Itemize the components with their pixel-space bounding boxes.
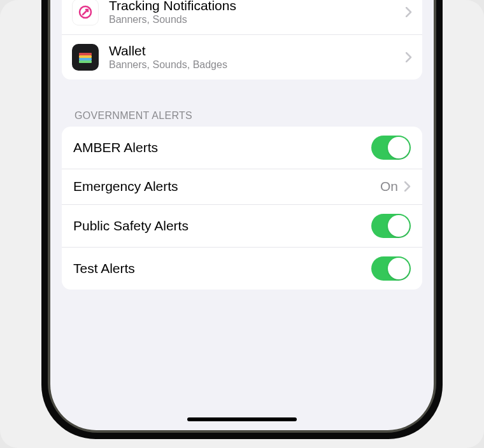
app-text: Wallet Banners, Sounds, Badges (109, 43, 406, 72)
phone-screen: Tracking Notifications Banners, Sounds (50, 0, 434, 430)
toggle-knob (388, 215, 409, 237)
chevron-right-icon (404, 181, 411, 192)
phone-inner: Tracking Notifications Banners, Sounds (48, 0, 436, 433)
svg-rect-4 (79, 60, 92, 63)
public-safety-alerts-toggle[interactable] (371, 214, 411, 238)
app-title: Tracking Notifications (109, 0, 406, 13)
setting-row-test-alerts: Test Alerts (62, 248, 422, 290)
setting-value-wrap: On (380, 179, 411, 194)
government-alerts-group: AMBER Alerts Emergency Alerts On (62, 127, 422, 290)
svg-rect-1 (79, 53, 92, 55)
svg-rect-2 (79, 55, 92, 58)
setting-label: Test Alerts (73, 261, 135, 276)
toggle-knob (388, 137, 409, 158)
setting-row-emergency-alerts[interactable]: Emergency Alerts On (62, 169, 422, 205)
setting-label: AMBER Alerts (73, 140, 158, 155)
home-indicator[interactable] (187, 417, 297, 421)
test-alerts-toggle[interactable] (371, 256, 411, 281)
tracking-icon (72, 0, 99, 25)
setting-row-amber-alerts: AMBER Alerts (62, 127, 422, 169)
app-row-wallet[interactable]: Wallet Banners, Sounds, Badges (62, 35, 422, 80)
svg-rect-3 (79, 58, 92, 60)
chevron-right-icon (406, 7, 412, 17)
phone-frame: Tracking Notifications Banners, Sounds (41, 0, 443, 439)
setting-row-public-safety-alerts: Public Safety Alerts (62, 205, 422, 248)
wallet-icon (72, 44, 99, 71)
settings-content: Tracking Notifications Banners, Sounds (50, 0, 434, 430)
app-title: Wallet (109, 43, 406, 59)
app-subtitle: Banners, Sounds, Badges (109, 59, 406, 72)
setting-value: On (380, 179, 398, 194)
amber-alerts-toggle[interactable] (371, 136, 411, 160)
outer-container: Tracking Notifications Banners, Sounds (0, 0, 484, 448)
setting-label: Public Safety Alerts (73, 218, 189, 234)
apps-section-group: Tracking Notifications Banners, Sounds (62, 0, 422, 80)
section-header-government-alerts: GOVERNMENT ALERTS (62, 92, 422, 127)
app-subtitle: Banners, Sounds (109, 13, 406, 27)
app-row-tracking-notifications[interactable]: Tracking Notifications Banners, Sounds (62, 0, 422, 35)
toggle-knob (388, 258, 409, 279)
app-text: Tracking Notifications Banners, Sounds (109, 0, 406, 27)
chevron-right-icon (406, 52, 412, 62)
setting-label: Emergency Alerts (73, 179, 178, 194)
